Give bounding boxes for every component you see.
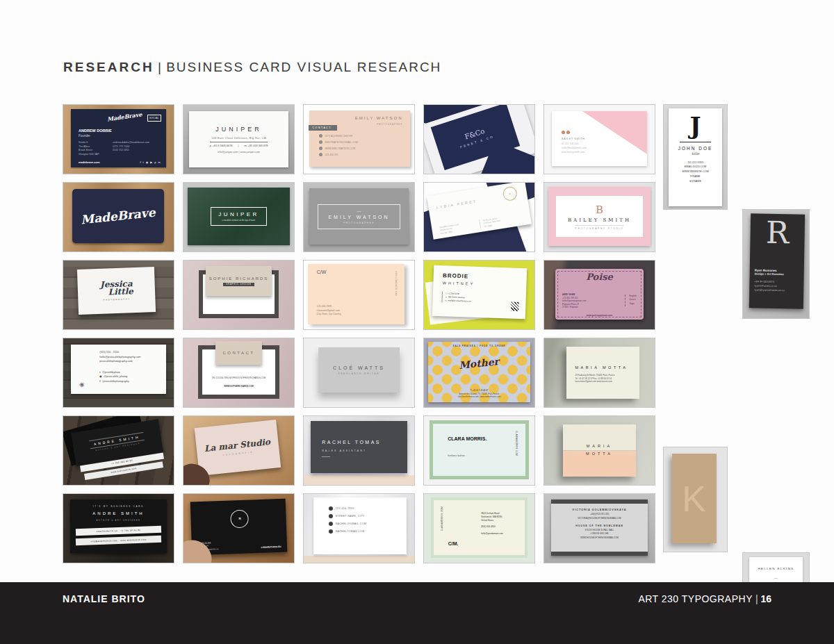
contact-tab: CONTACT [309, 125, 338, 131]
phone-row: p. +81 9 5845 6678 | m. +81 418 345 878 [210, 142, 268, 147]
contact-lines: (555) 555 - 5555 hello@jessicalittlephot… [99, 350, 140, 363]
person-name: EMILY WATSON [355, 116, 403, 120]
contact-rows: 123-456-7890 STREET NAME, CITY RACHEL@GM… [329, 506, 367, 534]
white-card: J JOHN DOE title 111.222.3333 EMAIL@123.… [669, 108, 721, 206]
vertical-web: CLARAMORRIS.COM [441, 506, 443, 531]
page-title-separator: | [158, 60, 163, 74]
rule [680, 142, 712, 142]
tan-band: SOPHIE RICHARDS GRAPHIC DESIGN [206, 266, 272, 297]
mail-icon [329, 522, 333, 526]
card-andresmith-stack: ANDRE SMITH AUTHOR & ART DESIGNER +1 780… [63, 415, 174, 486]
person-role: PHOTOGRAPHER [377, 123, 402, 126]
person-role: freelance fashion [448, 454, 464, 457]
slate-card: RACHEL TOMAS SALES ASSISTANT [311, 421, 408, 473]
monogram: C/M. [448, 541, 459, 546]
separator: — [774, 576, 778, 580]
address-block: 3843 Durham Road Snohomish, WA 98290 Uni… [481, 512, 503, 535]
name-last: Little [108, 288, 133, 296]
card-jessicalittle-back: (555) 555 - 5555 hello@jessicalittlephot… [63, 338, 174, 408]
logo-dots [562, 131, 570, 134]
contact-left: lydia@feretandco.com lydiaferet.com 555-… [439, 223, 460, 236]
address-block: Studio 6 The Albus Brook Street Glasgow … [79, 141, 99, 156]
card-claramorris-front: CLARA MORRIS. freelance fashion CLARAMOR… [423, 415, 535, 486]
contact-rows: CITY ADDRESS CENTER EMILYWATSON@GMAIL.CO… [319, 134, 357, 156]
card-jessicalittle-front: Jessica Little PHOTOGRAPHY [63, 260, 174, 330]
dark-bar-top [551, 499, 648, 504]
cream-card: CLARAMORRIS.COM C/M. 3843 Durham Road Sn… [431, 497, 528, 558]
brand-script: Mother [428, 352, 530, 374]
linkedin-icon: in [158, 160, 161, 164]
card-nobleman: VICTORIA GOLEMBIOVSKAYA +44(0)7525 815 2… [543, 493, 655, 563]
card-cloewatts-front: CLOÉ WATTS FREELANCE WRITER [303, 338, 415, 408]
mail-icon [319, 140, 322, 144]
card-andresmith-black: IT'S MY BUSINESS CARD ANDRE SMITH AUTHOR… [63, 493, 174, 563]
contact-line2: WWW.SOPHIERICHARDS.COM [204, 385, 275, 388]
card-juniper-contact: JUNIPER 106 East Clove Delicious, Big Su… [183, 104, 295, 174]
person-role: FREELANCE WRITER [338, 372, 379, 375]
contact-lines: 01 222 333 444 hello@baileysmith.com www… [562, 142, 587, 155]
initial: R [750, 217, 805, 249]
polka-card: SALE FRAISES / FOOD TO ORDER Mother T. +… [428, 342, 530, 402]
pinterest-icon: p [154, 160, 156, 164]
gray-card: — EMILY WATSON PHOTOGRAPHER [309, 188, 409, 245]
address: 106 East Clove Delicious, Big Sur, CA [211, 137, 266, 140]
letterpress-card: Jessica Little PHOTOGRAPHY [77, 267, 156, 315]
tags-block: English Dance Yoga [625, 295, 636, 306]
contact-lines: t. +1 234 5678 a. 789 Street Avenue e. m… [442, 292, 471, 304]
white-card: JUNIPER 106 East Clove Delicious, Big Su… [189, 111, 288, 167]
person-name: ANDREW DOBBIE [79, 129, 112, 133]
footer-course: ART 230 TYPOGRAPHY [638, 593, 753, 604]
phone-icon [319, 153, 322, 156]
address-icon [319, 134, 322, 138]
navy-card: MadeBrave SOCIAL ANDREW DOBBIE Founder S… [71, 109, 166, 167]
instagram-icon: ◉ [99, 375, 101, 378]
footer-separator: | [755, 593, 758, 604]
card-header: SALE FRAISES / FOOD TO ORDER [428, 345, 530, 347]
person-role: PHOTOGRAPHER [343, 222, 375, 224]
website: madebrave.com [79, 160, 99, 164]
white-card: BRODIE WHITNEY t. +1 234 5678 a. 789 Str… [432, 265, 526, 320]
card-grid: MadeBrave SOCIAL ANDREW DOBBIE Founder S… [63, 104, 655, 563]
logo-box: JUNIPER a modern venture at the top of t… [211, 207, 267, 226]
vertical-web: CLARAMORRIS.COM [515, 431, 518, 456]
logo-box: — EMILY WATSON PHOTOGRAPHER [318, 204, 400, 229]
person-name: BAILEY SMITH [568, 217, 631, 223]
vertical-web: www.cloewatts.com [395, 271, 398, 296]
navy-card: MadeBrave [72, 189, 164, 243]
white-center: B BAILEY SMITH PHOTOGRAPHY STUDIO [556, 196, 642, 237]
facebook-icon: f [140, 160, 140, 164]
card-ryanromanes: R Ryan Romanes Design + Art Direction +6… [742, 209, 810, 319]
contact-block: ABBY SHAW +23 456 789 021 hello@poisepop… [562, 293, 612, 309]
card-poise-ticket: Poise ABBY SHAW +23 456 789 021 hello@po… [543, 260, 655, 330]
text-block: Ryan Romanes Design + Art Direction +64 … [754, 268, 785, 292]
card-mariamotta-front: MARIA MOTTA [543, 415, 655, 486]
person-name: HELLEN ELKINS [758, 567, 794, 570]
card-fenet-front: F&Co FENET & CO [423, 104, 535, 174]
card-emilywatson-contact: EMILY WATSON PHOTOGRAPHER CONTACT CITY A… [303, 104, 415, 174]
brand-script: Poise [555, 272, 644, 282]
card-cloewatts-contact: C/W www.cloewatts.com 123-456-7899 cloew… [303, 260, 415, 330]
card-johndoe: J JOHN DOE title 111.222.3333 EMAIL@123.… [663, 104, 728, 210]
footer-bar: NATALIE BRITO ART 230 TYPOGRAPHY | 16 [0, 582, 834, 644]
tab-label: CONTACT [222, 351, 254, 355]
person-name: MARIA MOTTA [575, 365, 628, 370]
name-last: WHITNEY [442, 281, 475, 286]
two-tone-card: MARIA MOTTA [563, 424, 636, 477]
brand-name: JUNIPER [215, 126, 262, 133]
gray-card: CLOÉ WATTS FREELANCE WRITER [318, 347, 400, 393]
twitter-icon: t [143, 160, 144, 164]
card-brodiewhitney: BRODIE WHITNEY t. +1 234 5678 a. 789 Str… [423, 260, 535, 330]
contact-block: T. +33 01 1 23 45 67 Avenue des Champs 7… [428, 389, 530, 398]
website: www.poisepoptown.com [555, 314, 644, 317]
text-block: VICTORIA GOLEMBIOVSKAYA +44(0)7525 815 2… [551, 509, 648, 539]
footer-course-page: ART 230 TYPOGRAPHY | 16 [638, 593, 771, 604]
dot-icon [566, 131, 570, 134]
peach-card: C/W www.cloewatts.com 123-456-7899 cloew… [308, 264, 404, 324]
role: PHOTOGRAPHY [103, 297, 130, 301]
contact-lines: 111.222.3333 EMAIL@123.COM WWW.WEBSITE.C… [682, 160, 709, 184]
cream-card: MARIA MOTTA 23 Faubourg St Martin, 75008… [566, 347, 639, 399]
foliage-card: JUNIPER a modern venture at the top of t… [188, 188, 289, 245]
card-juniper-front: JUNIPER a modern venture at the top of t… [183, 182, 295, 252]
contact-lines: 123-456-7899 cloewatts@gmail.com City, S… [317, 305, 341, 317]
flower-icon: ❀ [79, 381, 86, 389]
